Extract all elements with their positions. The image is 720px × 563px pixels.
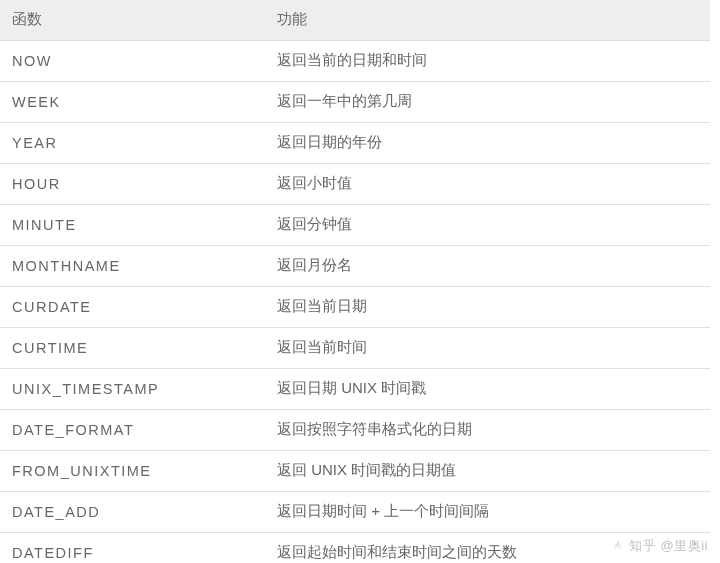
fn-desc: 返回月份名 (265, 246, 710, 287)
fn-desc: 返回当前的日期和时间 (265, 41, 710, 82)
table-row: YEAR返回日期的年份 (0, 123, 710, 164)
table-row: DATE_ADD返回日期时间 + 上一个时间间隔 (0, 492, 710, 533)
table-row: CURDATE返回当前日期 (0, 287, 710, 328)
table-row: HOUR返回小时值 (0, 164, 710, 205)
col-header-desc: 功能 (265, 0, 710, 41)
fn-name: WEEK (0, 82, 265, 123)
fn-desc: 返回日期 UNIX 时间戳 (265, 369, 710, 410)
table-row: WEEK返回一年中的第几周 (0, 82, 710, 123)
fn-desc: 返回日期的年份 (265, 123, 710, 164)
functions-table: 函数 功能 NOW返回当前的日期和时间WEEK返回一年中的第几周YEAR返回日期… (0, 0, 710, 563)
fn-desc: 返回分钟值 (265, 205, 710, 246)
fn-desc: 返回一年中的第几周 (265, 82, 710, 123)
fn-desc: 返回日期时间 + 上一个时间间隔 (265, 492, 710, 533)
fn-desc: 返回当前日期 (265, 287, 710, 328)
fn-name: HOUR (0, 164, 265, 205)
fn-name: DATEDIFF (0, 533, 265, 564)
fn-name: UNIX_TIMESTAMP (0, 369, 265, 410)
col-header-fn: 函数 (0, 0, 265, 41)
fn-name: DATE_FORMAT (0, 410, 265, 451)
fn-name: MONTHNAME (0, 246, 265, 287)
table-row: UNIX_TIMESTAMP返回日期 UNIX 时间戳 (0, 369, 710, 410)
fn-desc: 返回 UNIX 时间戳的日期值 (265, 451, 710, 492)
fn-name: NOW (0, 41, 265, 82)
fn-name: FROM_UNIXTIME (0, 451, 265, 492)
fn-name: CURDATE (0, 287, 265, 328)
table-row: CURTIME返回当前时间 (0, 328, 710, 369)
fn-desc: 返回按照字符串格式化的日期 (265, 410, 710, 451)
fn-name: CURTIME (0, 328, 265, 369)
fn-name: DATE_ADD (0, 492, 265, 533)
table-header-row: 函数 功能 (0, 0, 710, 41)
table-row: NOW返回当前的日期和时间 (0, 41, 710, 82)
fn-desc: 返回起始时间和结束时间之间的天数 (265, 533, 710, 564)
table-row: MINUTE返回分钟值 (0, 205, 710, 246)
fn-name: YEAR (0, 123, 265, 164)
fn-desc: 返回当前时间 (265, 328, 710, 369)
table-row: DATE_FORMAT返回按照字符串格式化的日期 (0, 410, 710, 451)
table-row: MONTHNAME返回月份名 (0, 246, 710, 287)
fn-name: MINUTE (0, 205, 265, 246)
fn-desc: 返回小时值 (265, 164, 710, 205)
table-row: DATEDIFF返回起始时间和结束时间之间的天数 (0, 533, 710, 564)
table-row: FROM_UNIXTIME返回 UNIX 时间戳的日期值 (0, 451, 710, 492)
